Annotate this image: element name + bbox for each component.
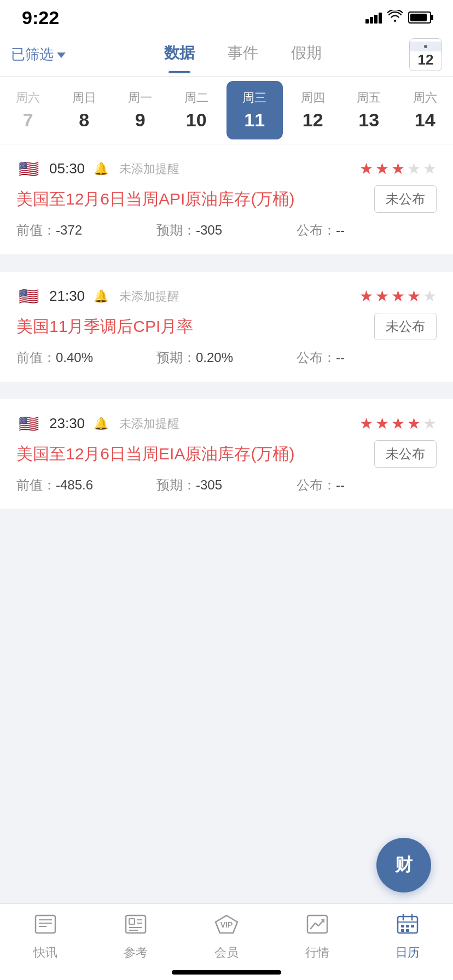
event-card-0: 🇺🇸 05:30 🔔 未添加提醒 ★★★★★ 未公布 美国至12月6日当周API… xyxy=(0,144,453,254)
svg-rect-18 xyxy=(406,925,409,928)
publish-label: 公布： xyxy=(297,223,336,237)
nav-item-news[interactable]: 快讯 xyxy=(0,912,91,961)
day-name: 周四 xyxy=(301,90,325,106)
event-card-2: 🇺🇸 23:30 🔔 未添加提醒 ★★★★★ 未公布 美国至12月6日当周EIA… xyxy=(0,399,453,509)
expected-label: 预期： xyxy=(156,223,196,237)
star-1: ★ xyxy=(375,287,389,305)
event-time-row: 🇺🇸 05:30 🔔 未添加提醒 xyxy=(16,160,179,177)
country-flag: 🇺🇸 xyxy=(16,288,40,305)
bell-icon[interactable]: 🔔 xyxy=(94,162,108,176)
vip-icon: VIP xyxy=(212,912,241,940)
prev-label: 前值： xyxy=(16,223,56,237)
day-item-12[interactable]: 周四 12 xyxy=(285,77,341,144)
svg-rect-17 xyxy=(401,925,404,928)
day-num: 8 xyxy=(79,109,89,131)
event-stats: 前值：-485.6 预期：-305 公布：-- xyxy=(16,476,437,494)
calendar-icon xyxy=(424,45,427,48)
day-item-8[interactable]: 周日 8 xyxy=(56,77,113,144)
prev-stat: 前值：0.40% xyxy=(16,349,156,366)
filter-arrow-icon xyxy=(57,52,66,58)
expected-value: -305 xyxy=(196,477,222,492)
star-4: ★ xyxy=(423,287,437,305)
bell-icon[interactable]: 🔔 xyxy=(94,417,108,431)
publish-label: 公布： xyxy=(297,350,336,365)
day-name: 周五 xyxy=(357,90,381,106)
news-icon xyxy=(33,912,57,940)
day-item-7[interactable]: 周六 7 xyxy=(0,77,56,144)
day-num: 9 xyxy=(135,109,146,131)
nav-label-reference: 参考 xyxy=(124,944,148,961)
bell-icon[interactable]: 🔔 xyxy=(94,289,108,304)
fab-button[interactable]: 财 xyxy=(376,838,431,892)
top-nav: 已筛选 数据 事件 假期 12 xyxy=(0,33,453,77)
nav-item-calendar[interactable]: 日历 xyxy=(362,912,453,961)
day-name: 周六 xyxy=(16,90,40,106)
filter-button[interactable]: 已筛选 xyxy=(11,45,77,64)
day-name: 周三 xyxy=(242,90,266,106)
star-1: ★ xyxy=(375,415,389,433)
nav-item-reference[interactable]: 参考 xyxy=(91,912,182,961)
tab-holiday[interactable]: 假期 xyxy=(291,43,322,67)
tab-data[interactable]: 数据 xyxy=(164,43,195,67)
star-0: ★ xyxy=(359,160,373,178)
event-stats: 前值：-372 预期：-305 公布：-- xyxy=(16,221,437,239)
reminder-text: 未添加提醒 xyxy=(119,161,179,177)
star-2: ★ xyxy=(391,287,405,305)
event-time-row: 🇺🇸 21:30 🔔 未添加提醒 xyxy=(16,288,179,305)
reminder-text: 未添加提醒 xyxy=(119,416,179,432)
day-item-9[interactable]: 周一 9 xyxy=(112,77,169,144)
event-title[interactable]: 美国至12月6日当周EIA原油库存(万桶) xyxy=(16,442,437,465)
event-header: 🇺🇸 21:30 🔔 未添加提醒 ★★★★★ xyxy=(16,287,437,305)
event-time-row: 🇺🇸 23:30 🔔 未添加提醒 xyxy=(16,415,179,432)
day-item-13[interactable]: 周五 13 xyxy=(341,77,397,144)
nav-label-market: 行情 xyxy=(305,944,329,961)
day-name: 周一 xyxy=(128,90,152,106)
prev-stat: 前值：-485.6 xyxy=(16,476,156,494)
event-title-row: 未公布 美国至12月6日当周EIA原油库存(万桶) xyxy=(16,442,437,465)
expected-label: 预期： xyxy=(156,350,196,365)
expected-stat: 预期：-305 xyxy=(156,476,297,494)
day-item-14[interactable]: 周六 14 xyxy=(397,77,454,144)
tab-event[interactable]: 事件 xyxy=(228,43,258,67)
signal-icon xyxy=(365,11,382,24)
star-3: ★ xyxy=(407,160,421,178)
svg-rect-0 xyxy=(36,915,55,933)
event-time: 23:30 xyxy=(49,415,85,432)
expected-stat: 预期：-305 xyxy=(156,221,297,239)
star-0: ★ xyxy=(359,287,373,305)
star-3: ★ xyxy=(407,287,421,305)
expected-stat: 预期：0.20% xyxy=(156,349,297,366)
events-container: 🇺🇸 05:30 🔔 未添加提醒 ★★★★★ 未公布 美国至12月6日当周API… xyxy=(0,144,453,509)
nav-item-vip[interactable]: VIP 会员 xyxy=(181,912,272,961)
calendar-button[interactable]: 12 xyxy=(409,38,442,71)
day-num: 13 xyxy=(358,109,379,131)
event-stats: 前值：0.40% 预期：0.20% 公布：-- xyxy=(16,349,437,366)
divider xyxy=(0,263,453,272)
country-flag: 🇺🇸 xyxy=(16,416,40,432)
nav-item-market[interactable]: 行情 xyxy=(272,912,363,961)
star-3: ★ xyxy=(407,415,421,433)
day-name: 周日 xyxy=(72,90,96,106)
star-2: ★ xyxy=(391,160,405,178)
stars-row: ★★★★★ xyxy=(359,287,437,305)
star-1: ★ xyxy=(375,160,389,178)
star-4: ★ xyxy=(423,160,437,178)
day-item-10[interactable]: 周二 10 xyxy=(169,77,225,144)
fab-label: 财 xyxy=(395,853,413,877)
event-title[interactable]: 美国至12月6日当周API原油库存(万桶) xyxy=(16,188,437,211)
day-num: 14 xyxy=(415,109,435,131)
event-title-row: 未公布 美国至12月6日当周API原油库存(万桶) xyxy=(16,188,437,211)
main-tabs: 数据 事件 假期 xyxy=(77,43,409,67)
reference-icon xyxy=(124,912,148,940)
svg-rect-5 xyxy=(129,919,135,924)
publish-stat: 公布：-- xyxy=(297,349,437,366)
publish-stat: 公布：-- xyxy=(297,476,437,494)
day-item-11[interactable]: 周三 11 xyxy=(226,81,283,139)
event-header: 🇺🇸 23:30 🔔 未添加提醒 ★★★★★ xyxy=(16,415,437,433)
event-title[interactable]: 美国11月季调后CPI月率 xyxy=(16,315,437,338)
publish-value: -- xyxy=(336,477,345,492)
star-2: ★ xyxy=(391,415,405,433)
unpublished-badge: 未公布 xyxy=(374,313,437,340)
day-num: 10 xyxy=(186,109,207,131)
nav-label-vip: 会员 xyxy=(214,944,239,961)
